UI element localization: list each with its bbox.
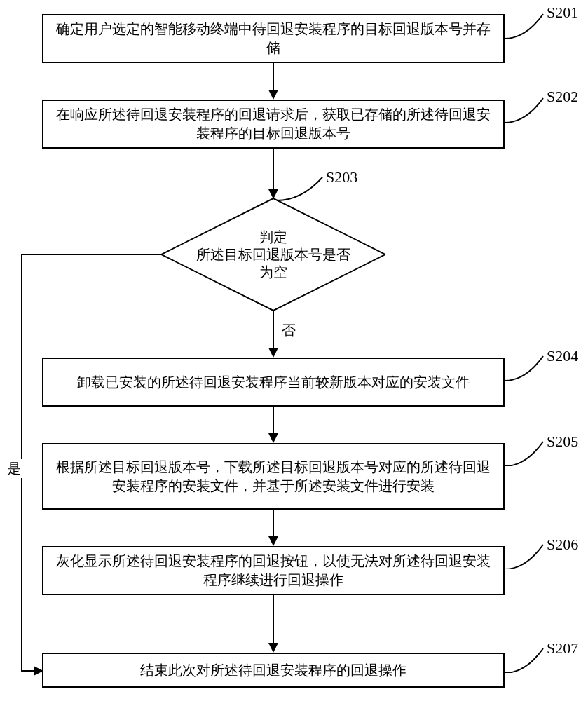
leader-s205: [505, 438, 547, 466]
arrow-s203-yes-h: [21, 254, 161, 255]
step-s202-box: 在响应所述待回退安装程序的回退请求后，获取已存储的所述待回退安装程序的目标回退版…: [42, 100, 505, 149]
arrow-s205-s206: [273, 510, 274, 538]
step-s203-diamond: 判定 所述目标回退版本号是否 为空: [161, 198, 385, 311]
leader-s203: [277, 174, 326, 202]
leader-s201: [505, 11, 547, 39]
step-s204-text: 卸载已安装的所述待回退安装程序当前较新版本对应的安装文件: [77, 373, 470, 392]
edge-yes-label: 是: [6, 459, 22, 478]
step-s207-label: S207: [547, 639, 578, 658]
leader-s202: [505, 95, 547, 123]
arrow-s202-s203: [273, 149, 274, 191]
step-s205-box: 根据所述目标回退版本号，下载所述目标回退版本号对应的所述待回退安装程序的安装文件…: [42, 443, 505, 510]
step-s205-label: S205: [547, 433, 578, 451]
step-s201-text: 确定用户选定的智能移动终端中待回退安装程序的目标回退版本号并存储: [52, 20, 495, 57]
arrow-s206-s207: [273, 595, 274, 644]
arrow-s203-s204: [273, 311, 274, 349]
step-s201-label: S201: [547, 4, 578, 22]
step-s202-label: S202: [547, 88, 578, 106]
arrowhead-s205-s206: [268, 536, 278, 546]
step-s207-text: 结束此次对所述待回退安装程序的回退操作: [140, 661, 406, 680]
arrowhead-s201-s202: [268, 90, 278, 100]
step-s206-label: S206: [547, 536, 578, 554]
step-s206-text: 灰化显示所述待回退安装程序的回退按钮，以使无法对所述待回退安装程序继续进行回退操…: [52, 552, 495, 590]
step-s203-text: 判定 所述目标回退版本号是否 为空: [161, 198, 385, 311]
arrow-s201-s202: [273, 63, 274, 91]
step-s204-box: 卸载已安装的所述待回退安装程序当前较新版本对应的安装文件: [42, 358, 505, 407]
arrowhead-s203-s204: [268, 348, 278, 358]
leader-s206: [505, 541, 547, 569]
arrow-s203-yes-h2: [21, 670, 35, 672]
step-s205-text: 根据所述目标回退版本号，下载所述目标回退版本号对应的所述待回退安装程序的安装文件…: [52, 458, 495, 496]
arrowhead-s206-s207: [268, 643, 278, 653]
arrowhead-s204-s205: [268, 433, 278, 443]
arrow-s204-s205: [273, 407, 274, 435]
step-s206-box: 灰化显示所述待回退安装程序的回退按钮，以使无法对所述待回退安装程序继续进行回退操…: [42, 546, 505, 595]
step-s202-text: 在响应所述待回退安装程序的回退请求后，获取已存储的所述待回退安装程序的目标回退版…: [52, 105, 495, 143]
edge-no-label: 否: [280, 321, 297, 340]
leader-s207: [505, 645, 547, 673]
step-s207-box: 结束此次对所述待回退安装程序的回退操作: [42, 653, 505, 688]
flowchart: 确定用户选定的智能移动终端中待回退安装程序的目标回退版本号并存储 S201 在响…: [0, 0, 588, 701]
step-s203-label: S203: [326, 168, 357, 186]
step-s201-box: 确定用户选定的智能移动终端中待回退安装程序的目标回退版本号并存储: [42, 14, 505, 63]
leader-s204: [505, 353, 547, 381]
step-s204-label: S204: [547, 347, 578, 365]
